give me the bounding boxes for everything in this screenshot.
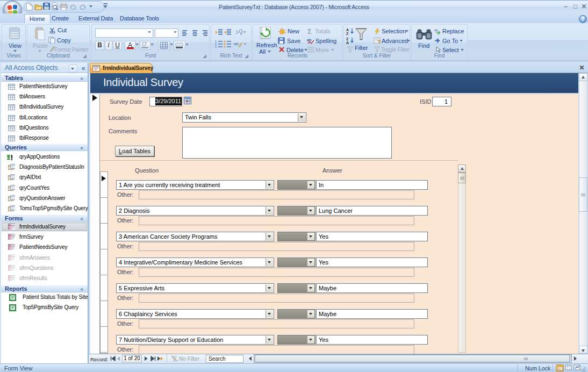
svg-text:A: A — [346, 41, 349, 44]
svg-text:ab: ab — [307, 38, 311, 42]
svg-text:3: 3 — [215, 45, 217, 48]
svg-text:A: A — [346, 28, 349, 32]
svg-text:Z: Z — [346, 37, 349, 41]
svg-text:Z: Z — [346, 32, 349, 35]
svg-text:ab: ab — [234, 41, 239, 46]
svg-text:ac: ac — [437, 32, 440, 34]
